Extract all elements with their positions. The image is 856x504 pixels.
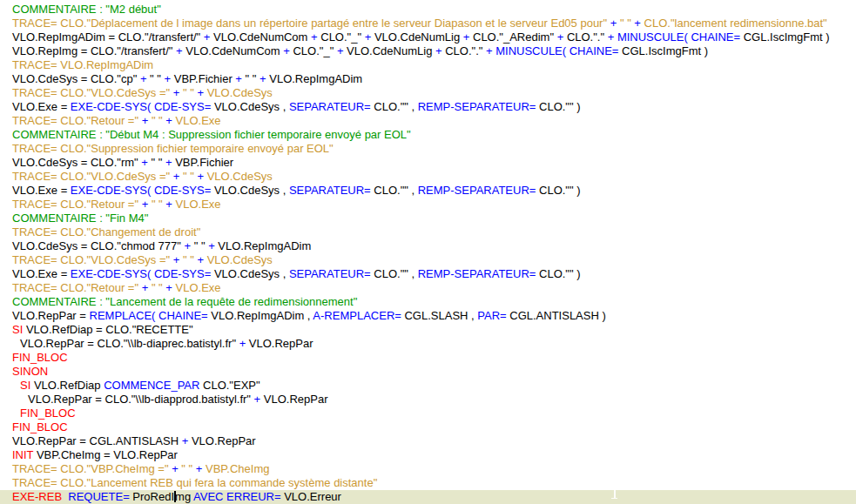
- code-token: VLO.Exe =: [12, 184, 71, 197]
- code-token: CGL.IscImgFmt ): [618, 44, 708, 57]
- code-line[interactable]: TRACE= CLO."VLO.CdeSys =" + " " + VLO.Cd…: [0, 170, 856, 184]
- code-token: VLO.CdeSys = CLO."rm": [12, 156, 138, 169]
- code-line[interactable]: VLO.CdeSys = CLO."rm" + " " + VBP.Fichie…: [0, 156, 856, 170]
- code-line[interactable]: VLO.CdeSys = CLO."cp" + " " + VBP.Fichie…: [0, 72, 856, 86]
- code-token: REMP-SEPARATEUR=: [418, 184, 536, 197]
- code-token: VLO.Exe =: [12, 267, 71, 280]
- code-line[interactable]: TRACE= CLO."Changement de droit": [0, 225, 856, 239]
- code-line[interactable]: FIN_BLOC: [0, 351, 856, 365]
- code-token: CGL.ANTISLASH ): [507, 309, 606, 322]
- code-token: VLO.Exe: [176, 281, 221, 294]
- code-token: VLO.RepPar = CLO."\\lb-diaprec.batistyl.…: [20, 337, 236, 350]
- code-token: +: [192, 462, 206, 475]
- code-line[interactable]: COMMENTAIRE : "Lancement de la requête d…: [0, 295, 856, 309]
- code-line[interactable]: COMMENTAIRE : "Début M4 : Suppression fi…: [0, 128, 856, 142]
- code-token: TRACE= VLO.RepImgADim: [12, 58, 153, 71]
- code-token: +: [162, 156, 175, 169]
- code-token: CLO."" ): [536, 267, 580, 280]
- code-token: ProRedI: [130, 490, 174, 503]
- code-line[interactable]: TRACE= CLO."Lancement REB qui fera la co…: [0, 476, 856, 490]
- code-token: " ": [181, 462, 192, 475]
- code-line[interactable]: VLO.CdeSys = CLO."chmod 777" + " " + VLO…: [0, 239, 856, 253]
- code-token: " ": [152, 198, 163, 211]
- code-line[interactable]: TRACE= CLO."Suppression fichier temporai…: [0, 142, 856, 156]
- code-line[interactable]: VLO.Exe = EXE-CDE-SYS( CDE-SYS= VLO.CdeS…: [0, 100, 856, 114]
- code-line[interactable]: TRACE= CLO."VLO.CdeSys =" + " " + VLO.Cd…: [0, 253, 856, 267]
- code-token: VLO.Exe: [176, 114, 221, 127]
- code-token: VLO.CdeSys: [207, 170, 273, 183]
- code-token: " ": [183, 253, 194, 266]
- code-line[interactable]: SI VLO.RefDiap COMMENCE_PAR CLO."EXP": [0, 379, 856, 393]
- code-line[interactable]: TRACE= CLO."VBP.CheImg =" + " " + VBP.Ch…: [0, 462, 856, 476]
- code-token: SI: [20, 379, 30, 392]
- code-line[interactable]: SINON: [0, 365, 856, 379]
- code-token: +: [432, 44, 445, 57]
- code-token: +: [194, 170, 207, 183]
- code-token: SI: [12, 323, 23, 336]
- code-line[interactable]: TRACE= CLO."VLO.CdeSys =" + " " + VLO.Cd…: [0, 86, 856, 100]
- code-token: VLO.CdeNumCom: [185, 44, 280, 57]
- code-line[interactable]: SI VLO.RefDiap = CLO."RECETTE": [0, 323, 856, 337]
- code-token: FIN_BLOC: [12, 351, 68, 364]
- code-token: +: [194, 86, 207, 99]
- code-token: VLO.RepPar = CLO."\\lb-diapprod.batistyl…: [28, 393, 251, 406]
- code-token: " ": [152, 156, 163, 169]
- code-token: VLO.Exe: [176, 198, 221, 211]
- code-line[interactable]: VLO.RepImgADim = CLO."/transfert/" + VLO…: [0, 30, 856, 44]
- code-token: +: [138, 281, 152, 294]
- code-line[interactable]: FIN_BLOC: [0, 420, 856, 434]
- code-token: EXE-CDE-SYS( CDE-SYS=: [71, 100, 211, 113]
- code-token: TRACE= CLO."VLO.CdeSys =": [12, 86, 170, 99]
- code-token: +: [172, 44, 185, 57]
- code-line[interactable]: TRACE= CLO."Déplacement de l image dans …: [0, 17, 856, 30]
- code-line-current[interactable]: EXE-REB REQUETE= ProRedImg AVEC ERREUR= …: [0, 490, 856, 504]
- code-token: +: [631, 17, 644, 30]
- code-line[interactable]: VLO.RepPar = CLO."\\lb-diapprod.batistyl…: [0, 393, 856, 407]
- code-line[interactable]: TRACE= CLO."Retour =" + " " + VLO.Exe: [0, 281, 856, 295]
- code-token: +: [554, 30, 567, 44]
- code-token: TRACE= CLO."VLO.CdeSys =": [12, 253, 170, 266]
- code-token: CLO."_": [320, 30, 361, 44]
- code-token: CLO."_": [293, 44, 334, 57]
- code-line[interactable]: TRACE= VLO.RepImgADim: [0, 58, 856, 72]
- code-token: CLO.".": [567, 30, 604, 44]
- code-line[interactable]: INIT VBP.CheImg = VLO.RepPar: [0, 448, 856, 462]
- code-token: VLO.CdeSys ,: [211, 100, 289, 113]
- code-token: VLO.RepImgADim: [218, 239, 311, 252]
- code-token: +: [170, 86, 183, 99]
- code-token: EXE-REB: [12, 490, 62, 503]
- code-token: +: [179, 434, 192, 447]
- code-token: VLO.Exe =: [12, 100, 71, 113]
- code-token: +: [170, 253, 183, 266]
- code-line[interactable]: VLO.Exe = EXE-CDE-SYS( CDE-SYS= VLO.CdeS…: [0, 184, 856, 198]
- code-line[interactable]: COMMENTAIRE : "Fin M4": [0, 212, 856, 225]
- code-line[interactable]: TRACE= CLO."Retour =" + " " + VLO.Exe: [0, 114, 856, 128]
- code-token: CLO."EXP": [199, 379, 259, 392]
- code-token: VLO.CdeSys: [207, 253, 273, 266]
- code-token: REMP-SEPARATEUR=: [418, 267, 536, 280]
- code-line[interactable]: COMMENTAIRE : "M2 début": [0, 3, 856, 17]
- code-line[interactable]: VLO.RepPar = REMPLACE( CHAINE= VLO.RepIm…: [0, 309, 856, 323]
- code-line[interactable]: VLO.Exe = EXE-CDE-SYS( CDE-SYS= VLO.CdeS…: [0, 267, 856, 281]
- code-token: " ": [152, 281, 163, 294]
- code-line[interactable]: VLO.RepPar = CLO."\\lb-diaprec.batistyl.…: [0, 337, 856, 351]
- code-token: COMMENTAIRE : "M2 début": [12, 3, 161, 16]
- code-token: TRACE= CLO."Lancement REB qui fera la co…: [12, 476, 377, 489]
- code-line[interactable]: VLO.RepPar = CGL.ANTISLASH + VLO.RepPar: [0, 434, 856, 448]
- code-token: VLO.CdeSys ,: [211, 267, 289, 280]
- code-token: +: [163, 281, 176, 294]
- code-token: CLO."lancement redimensionne.bat": [644, 17, 827, 30]
- code-line[interactable]: TRACE= CLO."Retour =" + " " + VLO.Exe: [0, 198, 856, 212]
- code-token: +: [280, 44, 293, 57]
- code-token: " ": [183, 170, 194, 183]
- code-token: +: [163, 198, 176, 211]
- code-token: +: [607, 17, 620, 30]
- code-line[interactable]: VLO.RepImg = CLO."/transfert/" + VLO.Cde…: [0, 44, 856, 58]
- code-token: +: [233, 72, 246, 85]
- code-token: INIT: [12, 448, 33, 461]
- code-line[interactable]: FIN_BLOC: [0, 407, 856, 420]
- code-token: COMMENCE_PAR: [104, 379, 199, 392]
- code-token: TRACE= CLO."Déplacement de l image dans …: [12, 17, 607, 30]
- code-editor[interactable]: COMMENTAIRE : "M2 début"TRACE= CLO."Dépl…: [0, 0, 856, 504]
- code-token: TRACE= CLO."VBP.CheImg =": [12, 462, 169, 475]
